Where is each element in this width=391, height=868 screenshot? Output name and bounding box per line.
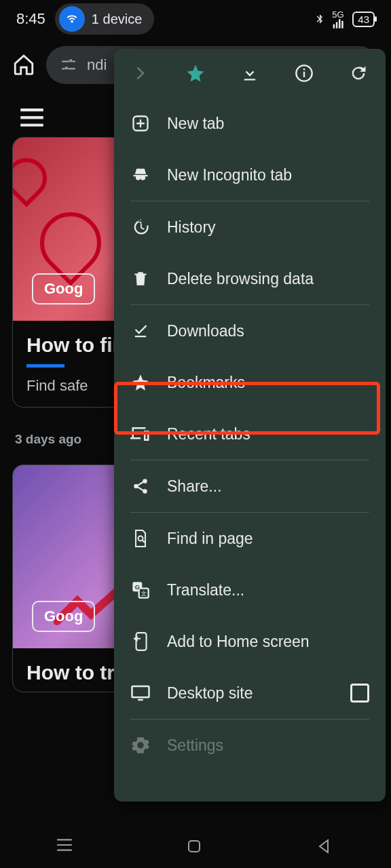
menu-item-label: Delete browsing data bbox=[167, 270, 314, 288]
device-chip[interactable]: 1 device bbox=[55, 3, 155, 35]
system-nav-bar bbox=[0, 827, 391, 868]
menu-item-delete-data[interactable]: Delete browsing data bbox=[114, 253, 386, 304]
gear-icon bbox=[130, 735, 151, 755]
menu-item-label: Bookmarks bbox=[167, 374, 245, 392]
add-to-home-icon bbox=[130, 631, 151, 652]
star-icon bbox=[130, 372, 151, 393]
tune-icon bbox=[60, 56, 77, 74]
menu-item-add-home[interactable]: Add to Home screen bbox=[114, 616, 386, 667]
menu-item-desktop[interactable]: Desktop site bbox=[114, 667, 386, 719]
find-in-page-icon bbox=[130, 528, 151, 549]
svg-text:G: G bbox=[135, 584, 140, 591]
info-icon[interactable] bbox=[294, 63, 314, 83]
incognito-icon bbox=[130, 165, 151, 185]
forward-icon[interactable] bbox=[131, 63, 151, 83]
menu-item-recent-tabs[interactable]: Recent tabs bbox=[114, 408, 386, 460]
svg-rect-1 bbox=[303, 72, 305, 77]
svg-rect-14 bbox=[189, 841, 200, 852]
menu-item-downloads[interactable]: Downloads bbox=[114, 305, 386, 357]
devices-icon bbox=[130, 424, 151, 444]
plus-box-icon bbox=[130, 113, 151, 134]
menu-item-label: Settings bbox=[167, 736, 223, 755]
recents-button[interactable] bbox=[56, 838, 75, 857]
card-chip: Goog bbox=[32, 273, 95, 304]
menu-item-share[interactable]: Share... bbox=[114, 460, 386, 512]
menu-item-label: Desktop site bbox=[167, 684, 253, 703]
menu-item-bookmarks[interactable]: Bookmarks bbox=[114, 357, 386, 408]
home-button[interactable] bbox=[186, 838, 205, 857]
bookmark-star-icon[interactable] bbox=[185, 63, 206, 83]
menu-item-label: Recent tabs bbox=[167, 425, 250, 443]
wifi-icon bbox=[59, 6, 85, 32]
menu-item-label: Share... bbox=[167, 477, 222, 496]
device-chip-label: 1 device bbox=[92, 12, 143, 27]
menu-item-label: Find in page bbox=[167, 530, 253, 548]
menu-item-label: Downloads bbox=[167, 322, 244, 340]
menu-item-settings[interactable]: Settings bbox=[114, 719, 386, 771]
menu-item-translate[interactable]: G文 Translate... bbox=[114, 564, 386, 616]
download-done-icon bbox=[130, 321, 151, 341]
menu-item-label: New tab bbox=[167, 115, 224, 133]
svg-point-7 bbox=[138, 536, 143, 541]
translate-icon: G文 bbox=[130, 580, 151, 600]
share-icon bbox=[130, 476, 151, 496]
menu-item-label: Add to Home screen bbox=[167, 633, 310, 651]
history-icon bbox=[130, 217, 151, 237]
menu-item-label: History bbox=[167, 218, 216, 237]
menu-item-new-tab[interactable]: New tab bbox=[114, 98, 386, 149]
battery-indicator: 43 bbox=[352, 12, 375, 27]
menu-item-label: Translate... bbox=[167, 581, 244, 599]
menu-item-label: New Incognito tab bbox=[167, 166, 292, 184]
home-icon[interactable] bbox=[12, 53, 37, 77]
reload-icon[interactable] bbox=[348, 63, 369, 83]
status-bar: 8:45 1 device 5G 43 bbox=[0, 0, 391, 38]
svg-rect-12 bbox=[136, 633, 147, 650]
desktop-checkbox[interactable] bbox=[350, 684, 369, 703]
bluetooth-icon bbox=[314, 12, 325, 26]
svg-rect-2 bbox=[303, 68, 305, 70]
menu-item-find[interactable]: Find in page bbox=[114, 513, 386, 564]
desktop-icon bbox=[130, 683, 151, 703]
svg-text:文: 文 bbox=[141, 591, 147, 597]
menu-item-incognito[interactable]: New Incognito tab bbox=[114, 149, 386, 201]
svg-rect-13 bbox=[132, 686, 149, 697]
network-label: 5G bbox=[332, 10, 346, 28]
overflow-menu: New tab New Incognito tab History Delete… bbox=[114, 49, 386, 802]
menu-item-history[interactable]: History bbox=[114, 201, 386, 253]
trash-icon bbox=[130, 269, 151, 289]
omnibox-text: ndi bbox=[87, 56, 107, 74]
download-icon[interactable] bbox=[240, 63, 260, 83]
card-chip: Goog bbox=[32, 601, 95, 632]
back-button[interactable] bbox=[316, 838, 335, 857]
status-time: 8:45 bbox=[16, 10, 45, 28]
